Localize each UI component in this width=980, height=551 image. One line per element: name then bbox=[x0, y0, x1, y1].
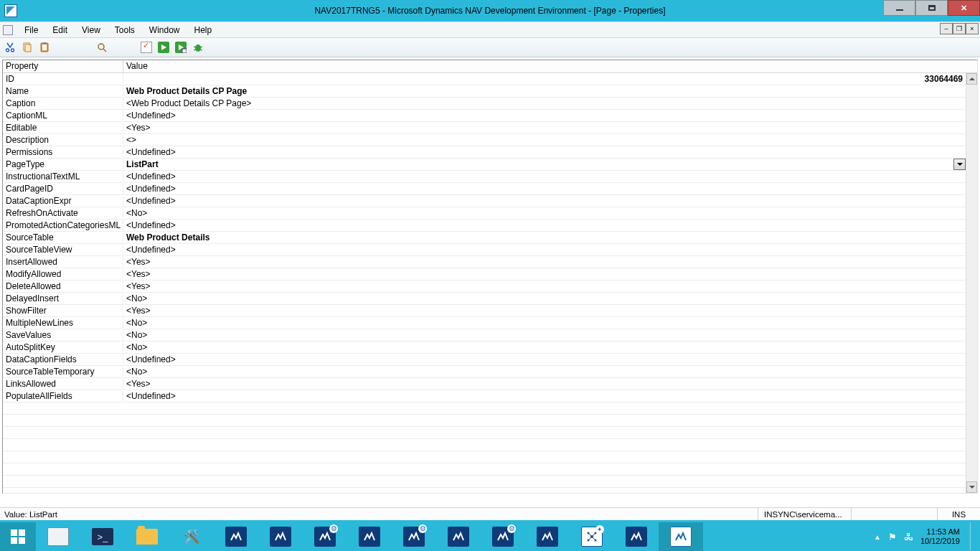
property-value[interactable]: Web Product Details CP Page bbox=[123, 86, 966, 96]
property-row[interactable]: SourceTableWeb Product Details bbox=[3, 232, 966, 244]
property-row-empty[interactable] bbox=[3, 439, 966, 451]
property-value[interactable]: <Yes> bbox=[123, 269, 966, 279]
property-value[interactable]: <Yes> bbox=[123, 306, 966, 316]
taskbar-nav-1[interactable] bbox=[214, 522, 258, 551]
taskbar-tools[interactable]: 🛠️ bbox=[169, 522, 214, 551]
property-value[interactable]: <Undefined> bbox=[123, 391, 966, 401]
property-value[interactable]: <Undefined> bbox=[123, 171, 966, 182]
taskbar-nav-3[interactable] bbox=[347, 522, 392, 551]
taskbar-nav-net[interactable] bbox=[570, 522, 614, 551]
scroll-up-button[interactable] bbox=[966, 73, 977, 85]
menu-edit[interactable]: Edit bbox=[45, 24, 75, 37]
taskbar-server-manager[interactable] bbox=[36, 522, 80, 551]
minimize-button[interactable] bbox=[883, 0, 915, 16]
property-row[interactable]: DelayedInsert<No> bbox=[3, 293, 966, 305]
mdi-close-button[interactable]: × bbox=[966, 23, 979, 34]
taskbar-nav-admin-3[interactable] bbox=[481, 522, 525, 551]
copy-icon[interactable] bbox=[22, 42, 33, 53]
mdi-restore-button[interactable]: ❐ bbox=[953, 23, 966, 34]
tray-flag-icon[interactable]: ⚑ bbox=[888, 532, 897, 542]
property-row[interactable]: AutoSplitKey<No> bbox=[3, 342, 966, 354]
property-row[interactable]: Editable<Yes> bbox=[3, 122, 966, 134]
property-value[interactable]: <Yes> bbox=[123, 281, 966, 291]
property-value[interactable]: <Yes> bbox=[123, 257, 966, 267]
tray-show-hidden-icon[interactable]: ▲ bbox=[874, 533, 881, 541]
property-value[interactable]: <No> bbox=[123, 330, 966, 340]
vertical-scrollbar[interactable] bbox=[966, 73, 977, 493]
taskbar-nav-dev-active[interactable] bbox=[659, 522, 703, 551]
property-row-empty[interactable] bbox=[3, 476, 966, 488]
property-value[interactable]: <Undefined> bbox=[123, 147, 966, 157]
property-row-empty[interactable] bbox=[3, 427, 966, 439]
property-row[interactable]: ModifyAllowed<Yes> bbox=[3, 268, 966, 281]
dropdown-button[interactable] bbox=[953, 159, 966, 170]
cut-icon[interactable] bbox=[4, 42, 16, 53]
property-value[interactable]: Web Product Details bbox=[123, 232, 966, 242]
tray-clock[interactable]: 11:53 AM 10/12/2019 bbox=[920, 527, 960, 546]
property-row[interactable]: RefreshOnActivate<No> bbox=[3, 207, 966, 220]
property-row[interactable]: CardPageID<Undefined> bbox=[3, 183, 966, 195]
property-row[interactable]: Caption<Web Product Details CP Page> bbox=[3, 98, 966, 110]
property-value[interactable]: <Undefined> bbox=[123, 184, 966, 194]
debugger-icon[interactable] bbox=[192, 42, 204, 53]
property-row-empty[interactable] bbox=[3, 463, 966, 476]
system-menu-icon[interactable] bbox=[3, 25, 13, 35]
property-row[interactable]: LinksAllowed<Yes> bbox=[3, 378, 966, 390]
property-value[interactable]: <Undefined> bbox=[123, 220, 966, 230]
menu-view[interactable]: View bbox=[75, 24, 108, 37]
property-row[interactable]: PopulateAllFields<Undefined> bbox=[3, 390, 966, 402]
close-button[interactable]: ✕ bbox=[948, 0, 980, 16]
property-row[interactable]: ShowFilter<Yes> bbox=[3, 305, 966, 317]
property-value[interactable]: <No> bbox=[123, 342, 966, 352]
property-row[interactable]: PromotedActionCategoriesML<Undefined> bbox=[3, 220, 966, 232]
column-header-property[interactable]: Property bbox=[3, 60, 123, 72]
property-value[interactable]: <Undefined> bbox=[123, 196, 966, 206]
mdi-minimize-button[interactable]: – bbox=[940, 23, 953, 34]
show-desktop-button[interactable] bbox=[970, 522, 976, 551]
taskbar-nav-admin-2[interactable] bbox=[392, 522, 436, 551]
property-row-empty[interactable] bbox=[3, 402, 966, 415]
property-value[interactable]: <No> bbox=[123, 318, 966, 328]
tray-network-icon[interactable]: 🖧 bbox=[904, 532, 913, 542]
property-row[interactable]: MultipleNewLines<No> bbox=[3, 317, 966, 329]
run-icon[interactable] bbox=[158, 42, 169, 53]
menu-file[interactable]: File bbox=[17, 24, 45, 37]
property-value[interactable]: <Yes> bbox=[123, 379, 966, 389]
property-row[interactable]: ID33064469 bbox=[3, 73, 966, 85]
property-value[interactable]: <No> bbox=[123, 367, 966, 377]
menu-tools[interactable]: Tools bbox=[108, 24, 142, 37]
property-row[interactable]: DataCaptionFields<Undefined> bbox=[3, 354, 966, 366]
property-row[interactable]: Permissions<Undefined> bbox=[3, 146, 966, 159]
property-row-empty[interactable] bbox=[3, 451, 966, 463]
property-value[interactable]: <Yes> bbox=[123, 123, 966, 133]
property-value-input[interactable] bbox=[123, 159, 966, 170]
taskbar-nav-4[interactable] bbox=[436, 522, 481, 551]
taskbar-nav-6[interactable] bbox=[614, 522, 659, 551]
property-value[interactable]: <No> bbox=[123, 208, 966, 218]
property-value[interactable]: <> bbox=[123, 135, 966, 145]
property-row[interactable]: Description<> bbox=[3, 134, 966, 146]
property-row[interactable]: CaptionML<Undefined> bbox=[3, 110, 966, 122]
scroll-down-button[interactable] bbox=[966, 481, 977, 493]
property-row-empty[interactable] bbox=[3, 415, 966, 427]
property-row[interactable]: DataCaptionExpr<Undefined> bbox=[3, 195, 966, 207]
paste-icon[interactable] bbox=[39, 42, 50, 53]
property-value[interactable]: <No> bbox=[123, 293, 966, 303]
property-row[interactable]: SourceTableView<Undefined> bbox=[3, 244, 966, 256]
property-row[interactable]: SourceTableTemporary<No> bbox=[3, 366, 966, 378]
property-value[interactable]: <Undefined> bbox=[123, 245, 966, 255]
taskbar-nav-5[interactable] bbox=[525, 522, 570, 551]
run-with-icon[interactable] bbox=[175, 42, 187, 53]
property-value[interactable]: <Undefined> bbox=[123, 110, 966, 121]
property-row[interactable]: PageType bbox=[3, 159, 966, 171]
column-header-value[interactable]: Value bbox=[123, 60, 977, 72]
property-row[interactable]: DeleteAllowed<Yes> bbox=[3, 281, 966, 293]
property-value[interactable]: <Undefined> bbox=[123, 354, 966, 364]
property-row[interactable]: InsertAllowed<Yes> bbox=[3, 256, 966, 268]
compile-icon[interactable] bbox=[141, 42, 152, 53]
property-value[interactable] bbox=[123, 159, 966, 170]
menu-help[interactable]: Help bbox=[187, 24, 220, 37]
property-row[interactable]: InstructionalTextML<Undefined> bbox=[3, 171, 966, 183]
taskbar-explorer[interactable] bbox=[125, 522, 169, 551]
property-value[interactable]: <Web Product Details CP Page> bbox=[123, 98, 966, 108]
